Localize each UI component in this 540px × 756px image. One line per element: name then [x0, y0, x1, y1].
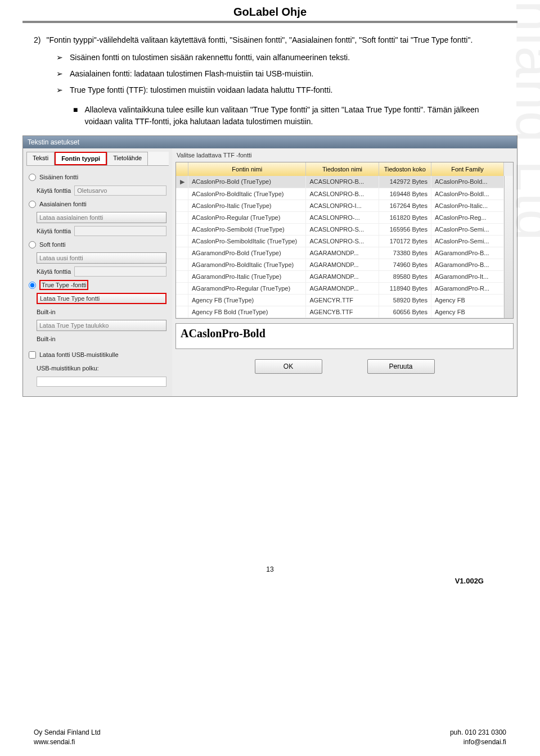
cell-font-name: AGaramondPro-BoldItalic (TrueType): [188, 259, 306, 270]
cell-font-name: AGaramondPro-Regular (TrueType): [188, 283, 306, 294]
row-indicator: [176, 306, 188, 318]
cell-file-name: AGENCYR.TTF: [306, 295, 379, 306]
radio-truetype[interactable]: [29, 282, 36, 289]
cell-file-size: 118940 Bytes: [379, 283, 431, 294]
footer-company: Oy Sendai Finland Ltd: [34, 728, 101, 737]
cell-file-size: 60656 Bytes: [379, 306, 431, 318]
tab-teksti[interactable]: Teksti: [26, 152, 55, 165]
field-usb-polku[interactable]: [37, 377, 166, 387]
row-indicator: [176, 236, 188, 247]
checkbox-lataa-usb[interactable]: [29, 351, 36, 359]
col-selector: [176, 162, 188, 176]
cell-font-family: ACaslonPro-Semi...: [431, 236, 504, 247]
cell-file-size: 142972 Bytes: [379, 176, 431, 188]
button-lataa-aasialainen[interactable]: Lataa aasialainen fontti: [37, 212, 166, 223]
table-row[interactable]: AGaramondPro-Italic (TrueType)AGARAMONDP…: [176, 271, 504, 283]
radio-sisainen[interactable]: [29, 174, 36, 181]
cell-file-name: ACASLONPRO-I...: [306, 200, 379, 211]
row-indicator: [176, 259, 188, 270]
button-lataa-tt-taulukko[interactable]: Lataa True Type taulukko: [37, 320, 166, 331]
cell-font-name: Agency FB (TrueType): [188, 295, 306, 306]
cell-font-family: ACaslonPro-Reg...: [431, 212, 504, 223]
cell-font-family: Agency FB: [431, 306, 504, 318]
table-row[interactable]: Agency FB (TrueType)AGENCYR.TTF58920 Byt…: [176, 295, 504, 306]
cell-file-name: ACASLONPRO-B...: [306, 188, 379, 200]
cell-file-size: 165956 Bytes: [379, 224, 431, 235]
square-text: Allaoleva valintaikkuna tulee esille kun…: [84, 104, 506, 128]
cell-font-family: ACaslonPro-Semi...: [431, 224, 504, 235]
label-aasialainen: Aasialainen fontti: [39, 201, 87, 207]
tab-fontin-tyyppi[interactable]: Fontin tyyppi: [55, 152, 107, 165]
cell-file-name: AGENCYB.TTF: [306, 306, 379, 318]
table-row[interactable]: ▶ACaslonPro-Bold (TrueType)ACASLONPRO-B.…: [176, 176, 504, 188]
field-oletusarvo[interactable]: [74, 185, 166, 196]
bullet-text: Aasialainen fontti: ladataan tulostimen …: [70, 68, 313, 80]
label-kayta-fonttia: Käytä fonttia: [37, 187, 71, 194]
col-fontin-nimi[interactable]: Fontin nimi: [188, 162, 306, 176]
table-row[interactable]: ACaslonPro-Semibold (TrueType)ACASLONPRO…: [176, 224, 504, 236]
tab-tietolahde[interactable]: Tietolähde: [107, 152, 148, 165]
table-row[interactable]: Agency FB Bold (TrueType)AGENCYB.TTF6065…: [176, 306, 504, 318]
ok-button[interactable]: OK: [255, 359, 322, 374]
cell-font-name: ACaslonPro-Italic (TrueType): [188, 200, 306, 211]
col-tiedoston-nimi[interactable]: Tiedoston nimi: [306, 162, 379, 176]
cell-file-name: ACASLONPRO-...: [306, 212, 379, 223]
intro-text: "Fontin tyyppi"-välilehdeltä valitaan kä…: [46, 34, 472, 46]
bullet-text: Sisäinen fontti on tulostimen sisään rak…: [70, 52, 350, 64]
cell-file-name: ACASLONPRO-S...: [306, 224, 379, 235]
cell-file-name: AGARAMONDP...: [306, 283, 379, 294]
cell-file-name: AGARAMONDP...: [306, 259, 379, 270]
table-row[interactable]: ACaslonPro-Regular (TrueType)ACASLONPRO-…: [176, 212, 504, 224]
cell-file-size: 74960 Bytes: [379, 259, 431, 270]
bullet-square-icon: ■: [73, 104, 78, 128]
label-builtin-1: Built-in: [37, 309, 56, 315]
col-tiedoston-koko[interactable]: Tiedoston koko: [379, 162, 431, 176]
bullet-arrow-icon: ➢: [56, 84, 63, 96]
cell-font-family: ACaslonPro-BoldI...: [431, 188, 504, 200]
col-font-family[interactable]: Font Family: [431, 162, 504, 176]
cell-font-name: AGaramondPro-Bold (TrueType): [188, 247, 306, 259]
cell-file-size: 169448 Bytes: [379, 188, 431, 200]
table-row[interactable]: ACaslonPro-BoldItalic (TrueType)ACASLONP…: [176, 188, 504, 200]
cell-file-name: AGARAMONDP...: [306, 247, 379, 259]
scrollbar[interactable]: [504, 176, 513, 318]
cell-file-size: 161820 Bytes: [379, 212, 431, 223]
cell-font-family: ACaslonPro-Bold...: [431, 176, 504, 188]
row-indicator: [176, 283, 188, 294]
cell-file-name: ACASLONPRO-S...: [306, 236, 379, 247]
font-table[interactable]: Fontin nimi Tiedoston nimi Tiedoston kok…: [176, 162, 514, 319]
font-preview: ACaslonPro-Bold: [176, 323, 514, 349]
cancel-button[interactable]: Peruuta: [367, 359, 435, 374]
cell-font-family: AGaramondPro-R...: [431, 283, 504, 294]
label-soft: Soft fontti: [39, 241, 65, 248]
cell-file-name: AGARAMONDP...: [306, 271, 379, 282]
label-builtin-2: Built-in: [37, 336, 56, 342]
bullet-text: True Type fontti (TTF): tulostimen muist…: [70, 84, 332, 96]
field-aas-font[interactable]: [74, 226, 166, 236]
radio-aasialainen[interactable]: [29, 201, 36, 208]
button-lataa-uusi[interactable]: Lataa uusi fontti: [37, 252, 166, 264]
cell-font-name: ACaslonPro-BoldItalic (TrueType): [188, 188, 306, 200]
row-indicator: [176, 200, 188, 211]
table-row[interactable]: AGaramondPro-BoldItalic (TrueType)AGARAM…: [176, 259, 504, 271]
cell-file-name: ACASLONPRO-B...: [306, 176, 379, 188]
row-indicator: [176, 188, 188, 200]
right-pane-title: Valitse ladattava TTF -fontti: [172, 148, 517, 162]
cell-font-name: AGaramondPro-Italic (TrueType): [188, 271, 306, 282]
row-indicator: ▶: [176, 176, 188, 188]
button-lataa-truetype[interactable]: Lataa True Type fontti: [37, 293, 166, 304]
row-indicator: [176, 212, 188, 223]
cell-font-family: ACaslonPro-Italic...: [431, 200, 504, 211]
label-kayta-fonttia-3: Käytä fonttia: [37, 268, 71, 275]
cell-font-family: AGaramondPro-B...: [431, 259, 504, 270]
table-row[interactable]: ACaslonPro-SemiboldItalic (TrueType)ACAS…: [176, 236, 504, 247]
cell-file-size: 58920 Bytes: [379, 295, 431, 306]
radio-soft[interactable]: [29, 241, 36, 248]
table-row[interactable]: AGaramondPro-Bold (TrueType)AGARAMONDP..…: [176, 247, 504, 259]
table-row[interactable]: AGaramondPro-Regular (TrueType)AGARAMOND…: [176, 283, 504, 295]
cell-file-size: 167264 Bytes: [379, 200, 431, 211]
window-title: Tekstin asetukset: [23, 136, 517, 148]
field-soft-font[interactable]: [74, 266, 166, 277]
cell-file-size: 73380 Bytes: [379, 247, 431, 259]
table-row[interactable]: ACaslonPro-Italic (TrueType)ACASLONPRO-I…: [176, 200, 504, 212]
